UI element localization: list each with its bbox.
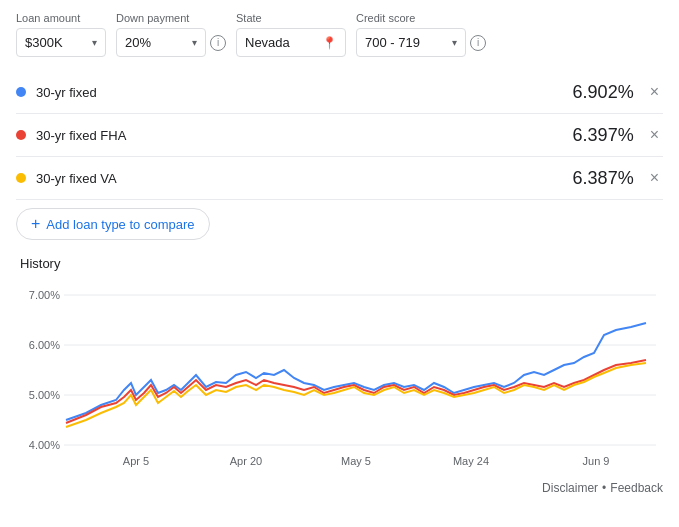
credit-score-label: Credit score [356, 12, 486, 24]
loan-amount-label: Loan amount [16, 12, 106, 24]
rate-dot-30yr-fixed [16, 87, 26, 97]
svg-text:6.00%: 6.00% [29, 339, 60, 351]
loan-amount-row: $300K ▾ [16, 28, 106, 57]
add-loan-button[interactable]: + Add loan type to compare [16, 208, 210, 240]
rate-row-30yr-fixed: 30-yr fixed 6.902% × [16, 71, 663, 114]
state-label: State [236, 12, 346, 24]
history-label: History [16, 256, 663, 271]
loan-amount-arrow: ▾ [92, 37, 97, 48]
rate-dot-30yr-va [16, 173, 26, 183]
credit-score-dropdown[interactable]: 700 - 719 ▾ [356, 28, 466, 57]
svg-text:4.00%: 4.00% [29, 439, 60, 451]
top-controls: Loan amount $300K ▾ Down payment 20% ▾ i… [0, 0, 679, 67]
rates-section: 30-yr fixed 6.902% × 30-yr fixed FHA 6.3… [0, 67, 679, 252]
rate-label-30yr-va: 30-yr fixed VA [36, 171, 573, 186]
down-payment-info-icon[interactable]: i [210, 35, 226, 51]
credit-score-value: 700 - 719 [365, 35, 446, 50]
svg-text:5.00%: 5.00% [29, 389, 60, 401]
down-payment-label: Down payment [116, 12, 226, 24]
plus-icon: + [31, 216, 40, 232]
credit-score-arrow: ▾ [452, 37, 457, 48]
feedback-link[interactable]: Feedback [610, 481, 663, 495]
footer: Disclaimer • Feedback [0, 475, 679, 501]
chart-container: 7.00% 6.00% 5.00% 4.00% Apr 5 Apr 20 May… [16, 275, 663, 475]
location-icon: 📍 [322, 36, 337, 50]
disclaimer-link[interactable]: Disclaimer [542, 481, 598, 495]
chart-line-blue [66, 323, 646, 420]
rate-row-30yr-fha: 30-yr fixed FHA 6.397% × [16, 114, 663, 157]
svg-text:Apr 20: Apr 20 [230, 455, 262, 467]
history-section: History 7.00% 6.00% 5.00% 4.00% Apr 5 Ap… [0, 252, 679, 475]
state-dropdown[interactable]: Nevada 📍 [236, 28, 346, 57]
state-group: State Nevada 📍 [236, 12, 346, 57]
rate-close-30yr-va[interactable]: × [646, 167, 663, 189]
chart-line-red [66, 360, 646, 423]
loan-amount-value: $300K [25, 35, 86, 50]
svg-text:May 5: May 5 [341, 455, 371, 467]
rate-value-30yr-va: 6.387% [573, 168, 634, 189]
down-payment-arrow: ▾ [192, 37, 197, 48]
footer-separator: • [602, 481, 606, 495]
rate-close-30yr-fixed[interactable]: × [646, 81, 663, 103]
loan-amount-group: Loan amount $300K ▾ [16, 12, 106, 57]
rate-row-30yr-va: 30-yr fixed VA 6.387% × [16, 157, 663, 200]
svg-text:Jun 9: Jun 9 [583, 455, 610, 467]
rate-close-30yr-fha[interactable]: × [646, 124, 663, 146]
down-payment-dropdown[interactable]: 20% ▾ [116, 28, 206, 57]
credit-score-info-icon[interactable]: i [470, 35, 486, 51]
rate-value-30yr-fha: 6.397% [573, 125, 634, 146]
rate-value-30yr-fixed: 6.902% [573, 82, 634, 103]
svg-text:Apr 5: Apr 5 [123, 455, 149, 467]
svg-text:7.00%: 7.00% [29, 289, 60, 301]
state-value: Nevada [245, 35, 316, 50]
rate-label-30yr-fha: 30-yr fixed FHA [36, 128, 573, 143]
rate-label-30yr-fixed: 30-yr fixed [36, 85, 573, 100]
credit-score-group: Credit score 700 - 719 ▾ i [356, 12, 486, 57]
rate-dot-30yr-fha [16, 130, 26, 140]
credit-score-row: 700 - 719 ▾ i [356, 28, 486, 57]
down-payment-group: Down payment 20% ▾ i [116, 12, 226, 57]
loan-amount-dropdown[interactable]: $300K ▾ [16, 28, 106, 57]
chart-svg: 7.00% 6.00% 5.00% 4.00% Apr 5 Apr 20 May… [16, 275, 663, 475]
state-row: Nevada 📍 [236, 28, 346, 57]
svg-text:May 24: May 24 [453, 455, 489, 467]
add-loan-label: Add loan type to compare [46, 217, 194, 232]
down-payment-row: 20% ▾ i [116, 28, 226, 57]
down-payment-value: 20% [125, 35, 186, 50]
